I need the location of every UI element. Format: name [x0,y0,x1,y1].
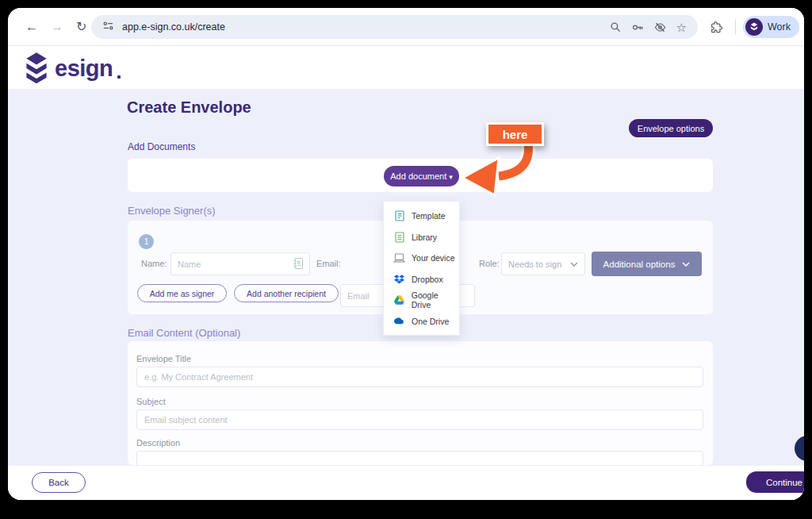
dropdown-item-label: Library [412,233,437,242]
role-selected-value: Needs to sign [508,260,561,269]
subject-label: Subject [136,397,166,406]
esign-logo-icon [22,52,51,84]
role-select[interactable]: Needs to sign [501,252,585,275]
envelope-title-label: Envelope Title [136,354,191,363]
additional-options-button[interactable]: Additional options [592,252,702,276]
description-label: Description [136,438,180,448]
dropdown-item-label: One Drive [412,317,449,326]
extensions-icon[interactable] [710,21,723,37]
google-drive-icon [393,295,405,305]
email-content-card: Envelope Title Subject Description [128,341,713,465]
dropdown-item-library[interactable]: Library [384,227,459,248]
template-document-icon [393,210,405,221]
browser-profile-chip[interactable]: Work [743,16,799,38]
url-text: app.e-sign.co.uk/create [122,21,225,33]
toolbar-divider [735,19,736,35]
footer-bar: Back Continue [8,465,804,500]
dropdown-item-label: Your device [412,253,454,263]
email-label: Email: [316,252,341,275]
esign-logo[interactable]: esign [22,52,121,84]
subject-input[interactable] [136,409,703,430]
dropdown-item-label: Template [412,211,446,221]
page-title: Create Envelope [127,98,251,117]
logo-dot [117,75,121,79]
site-settings-icon[interactable] [102,20,114,35]
back-button[interactable]: Back [32,472,86,493]
browser-forward-button[interactable]: → [51,20,63,34]
laptop-icon [393,253,405,263]
dropdown-item-label: Dropbox [412,275,443,284]
profile-avatar [745,18,763,36]
profile-label: Work [768,21,791,33]
browser-window: ← → ↻ app.e-sign.co.uk/create [8,8,804,500]
password-key-icon[interactable] [632,21,644,33]
dropbox-icon [393,275,405,284]
add-document-dropdown: Template Library Your device [383,201,460,336]
email-content-heading: Email Content (Optional) [128,327,240,339]
envelope-signers-heading: Envelope Signer(s) [128,205,216,217]
create-envelope-page: Create Envelope Envelope options Add Doc… [8,89,804,465]
name-input[interactable] [170,252,310,275]
dropdown-item-dropbox[interactable]: Dropbox [384,269,459,290]
continue-button[interactable]: Continue [746,471,804,493]
here-callout: here [486,122,544,146]
address-bar[interactable]: app.e-sign.co.uk/create [91,15,698,39]
library-document-icon [393,232,405,243]
add-documents-heading: Add Documents [128,141,195,152]
signer-number-badge: 1 [139,234,154,249]
bookmark-star-icon[interactable]: ☆ [676,21,687,33]
chevron-down-icon [682,262,690,267]
search-icon[interactable] [610,21,622,33]
dropdown-item-your-device[interactable]: Your device [384,248,459,269]
eye-hidden-icon[interactable] [654,21,666,33]
add-me-as-signer-button[interactable]: Add me as signer [137,284,227,302]
description-textarea[interactable] [136,451,703,465]
name-label: Name: [141,252,167,275]
envelope-title-input[interactable] [136,367,703,387]
browser-reload-button[interactable]: ↻ [76,20,86,34]
dropdown-item-label: Google Drive [412,290,459,309]
role-label: Role: [479,252,500,275]
browser-back-button[interactable]: ← [25,20,38,34]
logo-text: esign [55,56,113,82]
envelope-options-button[interactable]: Envelope options [629,119,713,137]
dropdown-item-google-drive[interactable]: Google Drive [384,290,459,311]
add-another-recipient-button[interactable]: Add another recipient [234,284,339,302]
chevron-down-icon [570,262,578,267]
onedrive-icon [393,317,405,325]
add-document-button[interactable]: Add document▾ [384,166,459,186]
dropdown-item-template[interactable]: Template [384,206,459,227]
browser-toolbar: ← → ↻ app.e-sign.co.uk/create [8,8,804,46]
dropdown-item-one-drive[interactable]: One Drive [384,311,459,333]
caret-down-icon: ▾ [449,173,453,181]
site-header: esign [8,46,804,89]
address-book-icon[interactable] [292,257,304,273]
